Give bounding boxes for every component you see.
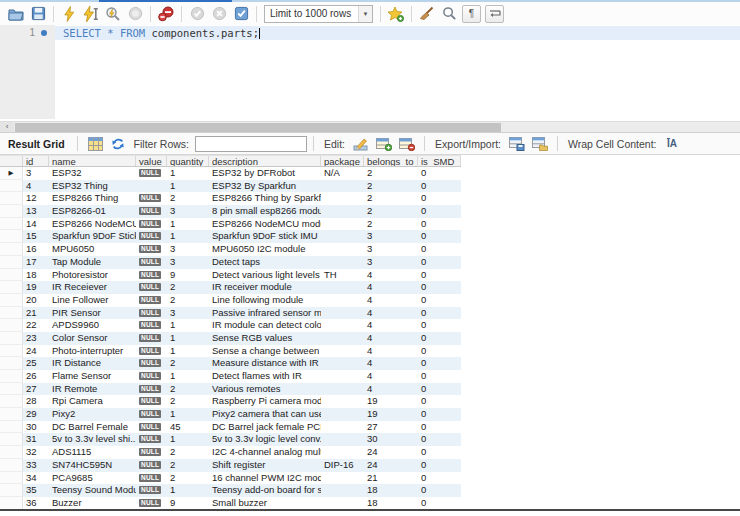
row-marker-cell[interactable] (0, 345, 23, 358)
cell-belongs_to[interactable]: 2 (364, 218, 418, 231)
cell-package[interactable] (321, 446, 364, 459)
filter-rows-input[interactable] (195, 136, 307, 152)
cell-description[interactable]: IR module can detect color... (209, 319, 321, 332)
row-marker-cell[interactable] (0, 433, 23, 446)
table-row[interactable]: 19IR ReceieverNULL2IR receiver module40 (0, 281, 461, 294)
cell-description[interactable]: Teensy add-on board for s... (209, 484, 321, 497)
cell-package[interactable] (321, 319, 364, 332)
row-marker-cell[interactable] (0, 332, 23, 345)
find-icon[interactable] (440, 5, 458, 23)
column-header-description[interactable]: description (209, 156, 321, 166)
cell-id[interactable]: 13 (23, 205, 49, 218)
column-header-is_SMD[interactable]: is_SMD (418, 156, 461, 166)
cell-is_smd[interactable]: 0 (418, 269, 461, 282)
cell-description[interactable]: ESP32 By Sparkfun (209, 180, 321, 193)
cell-is_smd[interactable]: 0 (418, 281, 461, 294)
cell-quantity[interactable]: 1 (167, 433, 209, 446)
cell-is_smd[interactable]: 0 (418, 345, 461, 358)
cell-belongs_to[interactable]: 24 (364, 459, 418, 472)
cell-package[interactable] (321, 472, 364, 485)
row-marker-cell[interactable] (0, 307, 23, 320)
cell-id[interactable]: 25 (23, 357, 49, 370)
cell-id[interactable]: 14 (23, 218, 49, 231)
cell-value[interactable]: NULL (136, 167, 167, 180)
cell-belongs_to[interactable]: 4 (364, 294, 418, 307)
cell-id[interactable]: 29 (23, 408, 49, 421)
cell-id[interactable]: 12 (23, 192, 49, 205)
cell-belongs_to[interactable]: 2 (364, 192, 418, 205)
cell-value[interactable]: NULL (136, 446, 167, 459)
cell-id[interactable]: 27 (23, 383, 49, 396)
table-row[interactable]: 18PhotoresistorNULL9Detect various light… (0, 269, 461, 282)
cell-id[interactable]: 4 (23, 180, 49, 193)
cell-quantity[interactable]: 1 (167, 218, 209, 231)
table-row[interactable]: 27IR RemoteNULL2Various remotes40 (0, 383, 461, 396)
table-row[interactable]: 15Sparkfun 9DoF StickNULL1Sparkfun 9DoF … (0, 230, 461, 243)
sql-editor[interactable]: 1 SELECT * FROM components.parts; (0, 25, 740, 120)
cell-package[interactable] (321, 484, 364, 497)
cell-id[interactable]: 19 (23, 281, 49, 294)
row-marker-cell[interactable] (0, 256, 23, 269)
cell-id[interactable]: 35 (23, 484, 49, 497)
cell-value[interactable] (136, 180, 167, 193)
cell-name[interactable]: Pixy2 (49, 408, 136, 421)
column-header-belongs_to[interactable]: belongs_to (364, 156, 418, 166)
row-marker-cell[interactable] (0, 472, 23, 485)
cell-belongs_to[interactable]: 4 (364, 307, 418, 320)
row-marker-cell[interactable] (0, 497, 23, 510)
cell-value[interactable]: NULL (136, 357, 167, 370)
row-marker-cell[interactable]: ▶ (0, 167, 23, 180)
cell-description[interactable]: Various remotes (209, 383, 321, 396)
row-marker-cell[interactable] (0, 408, 23, 421)
cell-package[interactable] (321, 497, 364, 510)
cell-description[interactable]: IR receiver module (209, 281, 321, 294)
column-header-id[interactable]: id (23, 156, 49, 166)
delete-row-icon[interactable] (398, 136, 415, 152)
cell-is_smd[interactable]: 0 (418, 332, 461, 345)
save-snippet-icon[interactable] (387, 5, 405, 23)
cell-is_smd[interactable]: 0 (418, 243, 461, 256)
cell-belongs_to[interactable]: 21 (364, 472, 418, 485)
cell-is_smd[interactable]: 0 (418, 395, 461, 408)
cell-is_smd[interactable]: 0 (418, 180, 461, 193)
cell-quantity[interactable]: 1 (167, 319, 209, 332)
cell-description[interactable]: 5v to 3.3v logic level conv... (209, 433, 321, 446)
editor-horizontal-scrollbar[interactable]: ‹ (0, 121, 740, 132)
cell-is_smd[interactable]: 0 (418, 472, 461, 485)
cell-description[interactable]: MPU6050 I2C module (209, 243, 321, 256)
cell-belongs_to[interactable]: 27 (364, 421, 418, 434)
table-row[interactable]: 35Teensy Sound ModuleNULL1Teensy add-on … (0, 484, 461, 497)
cell-value[interactable]: NULL (136, 472, 167, 485)
cell-package[interactable]: TH (321, 269, 364, 282)
cell-description[interactable]: I2C 4-channel analog multi... (209, 446, 321, 459)
row-marker-cell[interactable] (0, 269, 23, 282)
row-marker-cell[interactable] (0, 395, 23, 408)
execute-current-statement-icon[interactable] (82, 5, 100, 23)
cell-is_smd[interactable]: 0 (418, 446, 461, 459)
cell-is_smd[interactable]: 0 (418, 167, 461, 180)
cell-id[interactable]: 34 (23, 472, 49, 485)
cell-package[interactable] (321, 218, 364, 231)
explain-query-icon[interactable] (104, 5, 122, 23)
cell-package[interactable] (321, 205, 364, 218)
stop-execution-icon[interactable] (126, 5, 144, 23)
export-recordset-icon[interactable] (508, 136, 525, 152)
cell-quantity[interactable]: 9 (167, 497, 209, 510)
cell-quantity[interactable]: 1 (167, 230, 209, 243)
cell-quantity[interactable]: 1 (167, 345, 209, 358)
cell-belongs_to[interactable]: 18 (364, 484, 418, 497)
sql-current-line[interactable]: SELECT * FROM components.parts; (55, 26, 740, 40)
cell-package[interactable] (321, 433, 364, 446)
row-marker-cell[interactable] (0, 218, 23, 231)
cell-package[interactable] (321, 395, 364, 408)
table-row[interactable]: 14ESP8266 NodeMCUNULL1ESP8266 NodeMCU mo… (0, 218, 461, 231)
cell-description[interactable]: Small buzzer (209, 497, 321, 510)
cell-description[interactable]: Line following module (209, 294, 321, 307)
row-marker-cell[interactable] (0, 459, 23, 472)
cell-is_smd[interactable]: 0 (418, 205, 461, 218)
cell-id[interactable]: 26 (23, 370, 49, 383)
cell-name[interactable]: PCA9685 (49, 472, 136, 485)
limit-rows-dropdown[interactable]: Limit to 1000 rows ▼ (264, 5, 373, 23)
cell-quantity[interactable]: 3 (167, 243, 209, 256)
cell-value[interactable]: NULL (136, 345, 167, 358)
